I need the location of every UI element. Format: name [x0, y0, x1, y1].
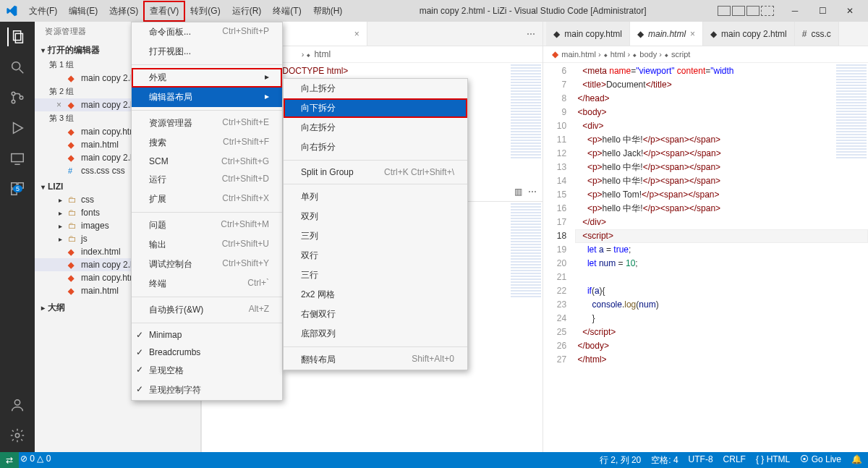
menu-item[interactable]: 命令面板...Ctrl+Shift+P [132, 22, 282, 42]
window-title: main copy 2.html - LiZi - Visual Studio … [348, 6, 718, 16]
menu-item[interactable]: 底部双列 [284, 324, 467, 344]
menu-view-dropdown[interactable]: 命令面板...Ctrl+Shift+P打开视图...外观▸编辑器布局▸资源管理器… [131, 22, 283, 401]
breadcrumb[interactable]: ◆ main.html › ⬥ html › ⬥ body › ⬥ script [543, 46, 868, 63]
layout-icon[interactable] [746, 6, 760, 16]
menu-运行(R)[interactable]: 运行(R) [226, 1, 268, 21]
svg-point-4 [12, 92, 15, 95]
run-debug-icon[interactable] [8, 119, 27, 137]
tab[interactable]: #css.c [795, 22, 839, 46]
menu-item[interactable]: 单列 [284, 187, 467, 207]
menu-item[interactable]: 向上拆分 [284, 79, 467, 98]
split-icon[interactable]: ▥ [514, 187, 522, 197]
remote-indicator[interactable]: ⇄ [0, 452, 19, 468]
close-icon[interactable]: × [690, 29, 695, 39]
menu-item[interactable]: Split in GroupCtrl+K Ctrl+Shift+\ [284, 163, 467, 181]
code-editor[interactable]: 6789101112131415161718192021222324252627… [543, 63, 868, 452]
menu-item[interactable]: 向左拆分 [284, 118, 467, 137]
status-language[interactable]: { } HTML [756, 454, 790, 467]
menu-终端(T)[interactable]: 终端(T) [267, 1, 307, 21]
menu-item[interactable]: 运行Ctrl+Shift+D [132, 170, 282, 190]
menu-帮助(H)[interactable]: 帮助(H) [307, 1, 349, 21]
status-eol[interactable]: CRLF [723, 454, 746, 467]
close-icon[interactable]: × [354, 29, 359, 39]
remote-icon[interactable] [8, 149, 27, 168]
menu-查看(V)[interactable]: 查看(V) [144, 1, 184, 21]
menu-item[interactable]: 双行 [284, 246, 467, 265]
menu-item[interactable]: 右侧双行 [284, 305, 467, 324]
status-go-live[interactable]: ⦿ Go Live [800, 454, 841, 467]
menu-item[interactable]: 资源管理器Ctrl+Shift+E [132, 114, 282, 133]
menu-选择(S)[interactable]: 选择(S) [103, 1, 144, 21]
activity-bar: 5 [0, 22, 35, 452]
menu-编辑(E)[interactable]: 编辑(E) [63, 1, 103, 21]
notifications-bell-icon[interactable]: 🔔 [851, 454, 862, 467]
minimize-button[interactable]: ─ [783, 3, 807, 19]
menu-item[interactable]: 终端Ctrl+` [132, 274, 282, 294]
menu-item[interactable]: 三行 [284, 265, 467, 285]
menu-item[interactable]: ✓呈现控制字符 [132, 380, 282, 400]
status-indentation[interactable]: 空格: 4 [651, 454, 678, 467]
menu-item[interactable]: 扩展Ctrl+Shift+X [132, 190, 282, 209]
layout-icon[interactable] [718, 6, 731, 16]
layout-controls[interactable] [718, 6, 774, 16]
menu-item[interactable]: 向下拆分 [284, 98, 467, 118]
maximize-button[interactable]: ☐ [810, 3, 835, 19]
svg-rect-8 [12, 154, 24, 162]
settings-gear-icon[interactable] [8, 426, 27, 445]
explorer-icon[interactable] [7, 27, 26, 46]
split-controls[interactable]: ▥⋯ [514, 187, 537, 197]
svg-point-14 [15, 433, 20, 438]
editor-group-right: ◆main copy.html◆main.html×◆main copy 2.h… [542, 22, 868, 452]
menu-item[interactable]: ✓Minimap [132, 326, 282, 344]
close-button[interactable]: ✕ [838, 3, 862, 19]
menu-item[interactable]: 外观▸ [132, 68, 282, 88]
status-bar: ⇄ ⊘ 0 △ 0 行 2, 列 20 空格: 4 UTF-8 CRLF { }… [0, 452, 868, 468]
tab[interactable]: ◆main copy.html [546, 22, 630, 46]
vscode-logo-icon [6, 5, 17, 17]
menu-item[interactable]: SCMCtrl+Shift+G [132, 153, 282, 170]
menu-item[interactable]: 编辑器布局▸ [132, 88, 282, 107]
svg-point-5 [12, 100, 15, 103]
menu-item[interactable]: 2x2 网格 [284, 285, 467, 305]
title-bar: 文件(F)编辑(E)选择(S)查看(V)转到(G)运行(R)终端(T)帮助(H)… [0, 0, 868, 22]
accounts-icon[interactable] [8, 396, 27, 414]
menu-item[interactable]: 问题Ctrl+Shift+M [132, 216, 282, 235]
menu-item[interactable]: 调试控制台Ctrl+Shift+Y [132, 255, 282, 274]
menu-editor-layout-dropdown[interactable]: 向上拆分向下拆分向左拆分向右拆分Split in GroupCtrl+K Ctr… [283, 78, 468, 370]
svg-point-2 [12, 62, 20, 70]
menu-item[interactable]: 打开视图... [132, 42, 282, 61]
more-icon[interactable]: ⋯ [527, 29, 535, 39]
menu-item[interactable]: 自动换行(&W)Alt+Z [132, 300, 282, 320]
menu-item[interactable]: 三列 [284, 226, 467, 246]
status-encoding[interactable]: UTF-8 [689, 454, 713, 467]
menu-转到(G)[interactable]: 转到(G) [184, 1, 226, 21]
menu-文件(F)[interactable]: 文件(F) [23, 1, 63, 21]
layout-icon[interactable] [761, 6, 774, 16]
menu-item[interactable]: ✓呈现空格 [132, 361, 282, 380]
menu-item[interactable]: 输出Ctrl+Shift+U [132, 235, 282, 255]
svg-point-13 [14, 400, 20, 405]
window-controls: ─ ☐ ✕ [783, 3, 862, 19]
menu-item[interactable]: 翻转布局Shift+Alt+0 [284, 350, 467, 370]
tab[interactable]: ◆main.html× [630, 22, 703, 46]
extensions-icon[interactable]: 5 [8, 179, 27, 198]
menu-item[interactable]: ✓Breadcrumbs [132, 344, 282, 361]
svg-line-3 [20, 69, 24, 74]
more-icon[interactable]: ⋯ [528, 187, 537, 197]
search-icon[interactable] [8, 58, 27, 77]
source-control-icon[interactable] [8, 88, 27, 107]
svg-point-6 [20, 96, 23, 100]
svg-rect-1 [15, 33, 22, 43]
svg-marker-7 [14, 123, 23, 134]
menu-item[interactable]: 双列 [284, 207, 467, 226]
tab[interactable]: ◆main copy 2.html [703, 22, 795, 46]
menu-item[interactable]: 向右拆分 [284, 137, 467, 157]
status-problems[interactable]: ⊘ 0 △ 0 [20, 454, 51, 467]
svg-rect-0 [14, 31, 21, 41]
layout-icon[interactable] [732, 6, 745, 16]
status-cursor-position[interactable]: 行 2, 列 20 [600, 454, 641, 467]
tab-bar: ◆main copy.html◆main.html×◆main copy 2.h… [543, 22, 868, 46]
menu-item[interactable]: 搜索Ctrl+Shift+F [132, 133, 282, 153]
extensions-badge: 5 [13, 185, 22, 192]
menu-bar: 文件(F)编辑(E)选择(S)查看(V)转到(G)运行(R)终端(T)帮助(H) [23, 1, 348, 21]
